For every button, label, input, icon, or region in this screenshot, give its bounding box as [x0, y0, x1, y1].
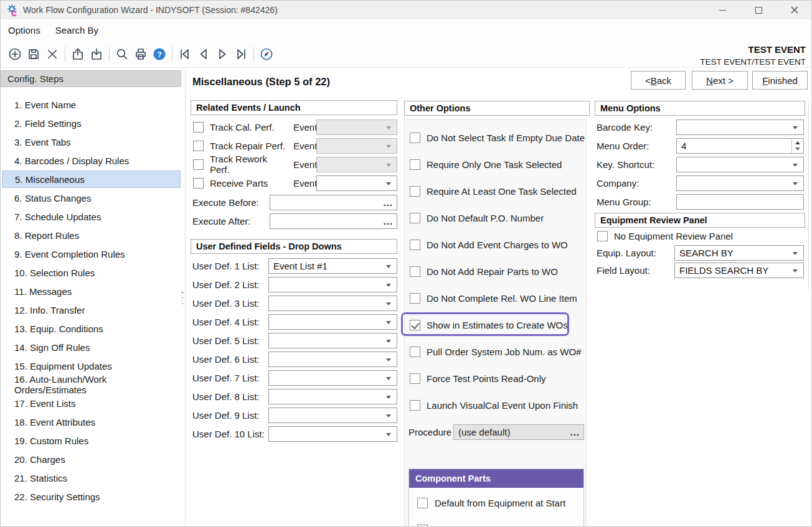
receive-parts-checkbox[interactable] [193, 178, 204, 189]
do-not-default-po-checkbox[interactable] [410, 213, 420, 223]
sidebar-item-status-changes[interactable]: 6. Status Changes [2, 189, 181, 207]
procedure-field[interactable]: (use default) ... [453, 424, 584, 440]
add-button[interactable] [6, 45, 24, 63]
menu-search-by[interactable]: Search By [55, 25, 98, 35]
sidebar-item-event-completion-rules[interactable]: 9. Event Completion Rules [2, 245, 181, 263]
next-button[interactable]: Next > [692, 71, 748, 90]
do-not-add-event-charges-checkbox[interactable] [410, 240, 420, 250]
udf-5-dropdown[interactable] [268, 333, 397, 348]
sidebar-item-miscellaneous[interactable]: 5. Miscellaneous [2, 170, 181, 188]
sidebar-item-event-lists[interactable]: 17. Event Lists [2, 394, 181, 412]
minimize-button[interactable] [704, 1, 740, 19]
sidebar-item-field-settings[interactable]: 2. Field Settings [2, 114, 181, 132]
sidebar-item-event-attributes[interactable]: 18. Event Attributes [2, 413, 181, 431]
sidebar-splitter[interactable] [185, 70, 186, 527]
execute-before-field[interactable]: ... [270, 195, 397, 210]
sidebar-item-schedule-updates[interactable]: 7. Schedule Updates [2, 208, 181, 225]
sidebar-item-event-name[interactable]: 1. Event Name [2, 96, 181, 113]
pull-order-system-job-num-checkbox[interactable] [410, 347, 420, 357]
launch-visualcal-checkbox[interactable] [410, 400, 420, 411]
sidebar-item-barcodes-display-rules[interactable]: 4. Barcodes / Display Rules [2, 152, 181, 169]
equip-layout-dropdown[interactable]: SEARCH BY [674, 245, 804, 261]
sidebar-item-sign-off-rules[interactable]: 14. Sign Off Rules [2, 338, 181, 356]
chevron-down-icon [386, 164, 391, 167]
barcode-key-dropdown[interactable] [676, 119, 804, 135]
option-label: Do Not Select Task If Empty Due Date [427, 133, 585, 143]
udf-3-dropdown[interactable] [268, 296, 397, 311]
sidebar-item-info-transfer[interactable]: 12. Info. Transfer [2, 301, 181, 319]
update-equipment-at-end-checkbox[interactable] [417, 525, 428, 527]
sidebar-item-equipment-updates[interactable]: 15. Equipment Updates [2, 357, 181, 375]
no-equipment-review-checkbox[interactable] [597, 231, 608, 241]
splitter-grip-icon[interactable] [181, 292, 184, 304]
menu-options-header: Menu Options [595, 101, 805, 116]
previous-record-button[interactable] [194, 45, 213, 63]
track-cal-perf-checkbox[interactable] [193, 122, 204, 133]
receive-parts-event-dropdown[interactable] [316, 175, 397, 191]
track-cal-event-dropdown[interactable] [316, 119, 397, 135]
udf-9-dropdown[interactable] [268, 408, 397, 423]
sidebar-item-charges[interactable]: 20. Charges [2, 450, 181, 468]
udf-7-dropdown[interactable] [268, 370, 397, 386]
field-layout-dropdown[interactable]: FIELDS SEARCH BY [674, 263, 804, 278]
show-in-estimates-checkbox[interactable] [410, 320, 420, 330]
sidebar-item-auto-launch[interactable]: 16. Auto-Launch/Work Orders/Estimates [2, 376, 181, 393]
do-not-add-repair-parts-checkbox[interactable] [410, 266, 420, 277]
panel-edge-line [808, 101, 809, 291]
maximize-icon [755, 7, 762, 14]
default-from-equipment-checkbox[interactable] [417, 498, 428, 508]
track-rework-event-dropdown[interactable] [316, 157, 397, 172]
delete-button[interactable] [43, 45, 62, 63]
sidebar-item-event-tabs[interactable]: 3. Event Tabs [2, 133, 181, 151]
navigator-button[interactable] [257, 45, 276, 63]
require-only-one-task-checkbox[interactable] [410, 159, 420, 170]
save-button[interactable] [24, 45, 43, 63]
import-button[interactable] [87, 45, 106, 63]
udf-1-dropdown[interactable]: Event List #1 [268, 258, 397, 274]
udf-2-dropdown[interactable] [268, 277, 397, 292]
menu-group-field[interactable] [676, 194, 804, 210]
udf-8-dropdown[interactable] [268, 389, 397, 404]
back-button[interactable]: < Back [631, 71, 686, 90]
menu-order-stepper[interactable]: 4 [676, 138, 804, 154]
sidebar-item-selection-rules[interactable]: 10. Selection Rules [2, 264, 181, 281]
spinner-buttons[interactable] [791, 139, 803, 153]
first-record-button[interactable] [176, 45, 194, 63]
sidebar-item-security-settings[interactable]: 22. Security Settings [2, 488, 181, 505]
maximize-button[interactable] [740, 1, 777, 19]
udf-6-dropdown[interactable] [268, 352, 397, 367]
add-icon [7, 47, 22, 62]
help-button[interactable]: ? [150, 45, 169, 63]
force-test-points-read-only-checkbox[interactable] [410, 373, 420, 384]
sidebar-item-messages[interactable]: 11. Messages [2, 282, 181, 300]
udf-5-label: User Def. 5 List: [192, 335, 260, 346]
finished-button[interactable]: Finished [752, 71, 808, 90]
track-repair-perf-checkbox[interactable] [193, 141, 204, 151]
udf-10-dropdown[interactable] [268, 426, 397, 442]
do-not-complete-rel-wo-checkbox[interactable] [410, 293, 420, 304]
track-rework-perf-checkbox[interactable] [193, 159, 204, 170]
execute-after-browse-button[interactable]: ... [383, 214, 393, 228]
procedure-browse-button[interactable]: ... [570, 425, 580, 439]
option-row: Do Not Complete Rel. WO Line Item [405, 285, 586, 312]
udf-4-dropdown[interactable] [268, 314, 397, 330]
menu-options[interactable]: Options [8, 25, 40, 35]
close-button[interactable] [777, 1, 812, 19]
key-shortcut-dropdown[interactable] [676, 157, 804, 172]
print-button[interactable] [131, 45, 150, 63]
sidebar-item-statistics[interactable]: 21. Statistics [2, 469, 181, 487]
company-dropdown[interactable] [676, 175, 804, 191]
sidebar-item-equip-conditions[interactable]: 13. Equip. Conditions [2, 320, 181, 337]
sidebar-item-report-rules[interactable]: 8. Report Rules [2, 226, 181, 244]
do-not-select-task-checkbox[interactable] [410, 133, 420, 143]
sidebar-item-custom-rules[interactable]: 19. Custom Rules [2, 432, 181, 449]
search-button[interactable] [113, 45, 131, 63]
require-at-least-one-task-checkbox[interactable] [410, 186, 420, 197]
next-record-button[interactable] [213, 45, 232, 63]
key-shortcut-label: Key. Shortcut: [597, 159, 654, 170]
execute-after-field[interactable]: ... [270, 213, 397, 229]
execute-before-browse-button[interactable]: ... [383, 195, 393, 210]
last-record-button[interactable] [232, 45, 250, 63]
export-button[interactable] [68, 45, 87, 63]
track-repair-event-dropdown[interactable] [316, 138, 397, 154]
